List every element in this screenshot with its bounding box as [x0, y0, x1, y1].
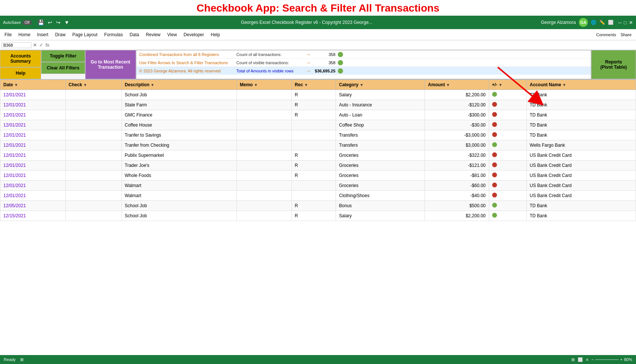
cell-rec: R: [291, 161, 336, 171]
cell-rec: [291, 181, 336, 191]
col-memo[interactable]: Memo ▼: [237, 80, 291, 90]
user-avatar: GA: [579, 18, 588, 27]
cell-account: US Bank Credit Card: [527, 181, 636, 191]
cell-check: [65, 100, 121, 110]
tab-review[interactable]: Review: [146, 32, 160, 37]
goto-most-recent-button[interactable]: Go to Most RecentTransaction: [85, 50, 136, 79]
col-amount[interactable]: Amount ▼: [425, 80, 489, 90]
share-button[interactable]: Share: [621, 32, 632, 37]
total-value: $36,695.25: [313, 69, 336, 73]
cell-description: Tranfer to Savings: [121, 130, 237, 140]
cell-description: GMC Finance: [121, 110, 237, 120]
dot-green-1: [338, 52, 343, 57]
cell-account: TD Bank: [527, 201, 636, 211]
cell-memo: [237, 100, 291, 110]
cell-sign-dot: [489, 110, 527, 120]
cell-check: [65, 191, 121, 201]
tab-page-layout[interactable]: Page Layout: [72, 32, 97, 37]
cell-rec: R: [291, 201, 336, 211]
cell-sign-dot: [489, 130, 527, 140]
toggle-filter-button[interactable]: Toggle Filter: [41, 50, 85, 62]
cell-rec: R: [291, 110, 336, 120]
cell-description: State Farm: [121, 100, 237, 110]
tab-insert[interactable]: Insert: [37, 32, 48, 37]
cancel-formula-icon[interactable]: ✕: [33, 42, 37, 48]
cell-category: Groceries: [336, 171, 425, 181]
tab-file[interactable]: File: [4, 32, 12, 37]
tab-data[interactable]: Data: [130, 32, 139, 37]
cell-date: 12/05/2021: [0, 201, 66, 211]
col-rec[interactable]: Rec ▼: [291, 80, 336, 90]
tab-draw[interactable]: Draw: [55, 32, 65, 37]
cell-memo: [237, 130, 291, 140]
cell-category: Auto - Loan: [336, 110, 425, 120]
cell-check: [65, 90, 121, 100]
insert-function-icon[interactable]: fx: [46, 42, 49, 48]
tab-view[interactable]: View: [167, 32, 177, 37]
cell-account: US Bank Credit Card: [527, 191, 636, 201]
col-category[interactable]: Category ▼: [336, 80, 425, 90]
middle-buttons: Toggle Filter Clear All Filters: [41, 50, 85, 79]
user-area: George Alzamora GA 🌐 ✏️ ⬜: [541, 18, 614, 27]
col-sign[interactable]: +/- ▼: [489, 80, 527, 90]
comments-button[interactable]: Comments: [596, 32, 616, 37]
maximize-button[interactable]: □: [624, 20, 627, 25]
tab-formulas[interactable]: Formulas: [104, 32, 123, 37]
formula-input[interactable]: [51, 43, 635, 48]
reports-button[interactable]: Reports(Pivot Table): [591, 50, 636, 79]
app-title: Checkbook App: Search & Filter All Trans…: [0, 0, 636, 16]
confirm-formula-icon[interactable]: ✓: [39, 42, 43, 48]
combined-label: Combined Transactions from all 8 Registe…: [139, 52, 237, 57]
cell-check: [65, 211, 121, 221]
cell-description: Coffee House: [121, 120, 237, 130]
autosave-toggle[interactable]: Off: [22, 20, 32, 25]
cell-memo: [237, 161, 291, 171]
cell-sign-dot: [489, 211, 527, 221]
cell-description: Trader Joe's: [121, 161, 237, 171]
layout-icon[interactable]: ⬜: [608, 20, 614, 25]
minimize-button[interactable]: ─: [618, 20, 621, 25]
accounts-summary-button[interactable]: AccountsSummary: [0, 50, 41, 67]
cell-memo: [237, 120, 291, 130]
cell-amount: $3,000.00: [425, 140, 489, 150]
tab-developer[interactable]: Developer: [183, 32, 204, 37]
cell-check: [65, 181, 121, 191]
cell-date: 12/01/2021: [0, 140, 66, 150]
globe-icon[interactable]: 🌐: [591, 20, 596, 25]
redo-icon[interactable]: ↪: [56, 19, 61, 25]
help-button[interactable]: Help: [0, 67, 41, 79]
cell-category: Transfers: [336, 130, 425, 140]
table-row: 12/01/2021 Publix Supermarket R Grocerie…: [0, 150, 636, 161]
col-check[interactable]: Check ▼: [65, 80, 121, 90]
cell-check: [65, 161, 121, 171]
cell-sign-dot: [489, 171, 527, 181]
close-button[interactable]: ✕: [629, 20, 633, 25]
cell-memo: [237, 171, 291, 181]
info-row-combined: Combined Transactions from all 8 Registe…: [136, 50, 591, 59]
col-description[interactable]: Description ▼: [121, 80, 237, 90]
formula-icons: ✕ ✓ fx: [33, 42, 49, 48]
cell-amount: -$121.00: [425, 161, 489, 171]
col-date[interactable]: Date ▼: [0, 80, 66, 90]
cell-amount: -$3,000.00: [425, 130, 489, 140]
tab-home[interactable]: Home: [18, 32, 30, 37]
edit-icon[interactable]: ✏️: [599, 20, 605, 25]
undo-icon[interactable]: ↩: [48, 19, 52, 25]
cell-description: Walmart: [121, 181, 237, 191]
table-row: 12/01/2021 Whole Foods R Groceries -$81.…: [0, 171, 636, 181]
cell-reference[interactable]: [1, 42, 31, 48]
arrow-icon-2: →: [306, 60, 311, 65]
cell-memo: [237, 110, 291, 120]
cell-amount: -$120.00: [425, 100, 489, 110]
tab-help[interactable]: Help: [211, 32, 220, 37]
cell-check: [65, 150, 121, 161]
col-account[interactable]: Account Name ▼: [527, 80, 636, 90]
cell-account: TD Bank: [527, 110, 636, 120]
cell-sign-dot: [489, 140, 527, 150]
left-buttons: AccountsSummary Help: [0, 50, 41, 79]
count-visible-label: Count of visible transactions:: [237, 60, 304, 65]
info-row-filter: Use Filter Arrows to Search & Filter Tra…: [136, 59, 591, 67]
save-icon[interactable]: 💾: [38, 19, 44, 25]
more-icon[interactable]: ▼: [64, 19, 70, 25]
clear-all-filters-button[interactable]: Clear All Filters: [41, 62, 85, 74]
